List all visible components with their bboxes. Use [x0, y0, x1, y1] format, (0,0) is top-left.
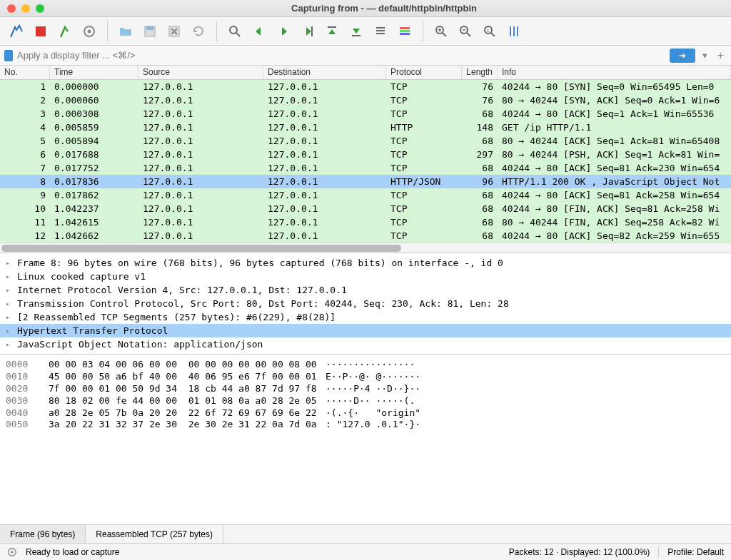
hex-row[interactable]: 000000 00 03 04 00 06 00 00 00 00 00 00 … [6, 359, 725, 371]
display-filter-bar: ➔ ▾ + [0, 46, 731, 66]
svg-text:1: 1 [487, 28, 490, 33]
packet-list-header: No. Time Source Destination Protocol Len… [0, 66, 731, 80]
horizontal-scrollbar[interactable] [0, 243, 731, 253]
tree-item[interactable]: ▸[2 Reassembled TCP Segments (257 bytes)… [0, 310, 731, 324]
column-source[interactable]: Source [138, 66, 263, 79]
tree-item[interactable]: ▸Internet Protocol Version 4, Src: 127.0… [0, 283, 731, 297]
zoom-out-button[interactable] [455, 21, 476, 42]
column-time[interactable]: Time [50, 66, 138, 79]
tab-frame[interactable]: Frame (96 bytes) [0, 525, 86, 543]
hex-row[interactable]: 0040a0 28 2e 05 7b 0a 20 20 22 6f 72 69 … [6, 407, 725, 419]
find-packet-button[interactable] [224, 21, 246, 42]
tree-item[interactable]: ▸Frame 8: 96 bytes on wire (768 bits), 9… [0, 256, 731, 270]
svg-point-2 [88, 29, 91, 33]
close-file-button[interactable] [163, 21, 185, 42]
auto-scroll-button[interactable] [370, 21, 391, 42]
hex-row[interactable]: 00207f 00 00 01 00 50 9d 34 18 cb 44 a0 … [6, 383, 725, 395]
go-to-packet-button[interactable] [297, 21, 318, 42]
column-no[interactable]: No. [0, 66, 50, 79]
packet-row[interactable]: 121.042662127.0.0.1127.0.0.1TCP6840244 →… [0, 229, 731, 243]
zoom-in-button[interactable] [430, 21, 452, 42]
svg-rect-14 [400, 27, 410, 29]
open-file-button[interactable] [115, 21, 136, 42]
minimize-window-button[interactable] [21, 4, 30, 13]
tree-item[interactable]: ▸JavaScript Object Notation: application… [0, 337, 731, 351]
packet-row[interactable]: 30.000308127.0.0.1127.0.0.1TCP6840244 → … [0, 107, 731, 121]
zoom-reset-button[interactable]: 1 [479, 21, 500, 42]
svg-rect-15 [400, 30, 410, 32]
filter-add-button[interactable]: + [715, 49, 727, 62]
bytes-tabs: Frame (96 bytes) Reassembled TCP (257 by… [0, 524, 731, 543]
svg-line-7 [236, 33, 240, 36]
display-filter-input[interactable] [17, 50, 665, 61]
go-back-button[interactable] [248, 21, 270, 42]
tree-item[interactable]: ▸Hypertext Transfer Protocol [0, 324, 731, 337]
packet-row[interactable]: 10.000000127.0.0.1127.0.0.1TCP7640244 → … [0, 80, 731, 93]
disclosure-arrow-icon[interactable]: ▸ [6, 313, 13, 321]
maximize-window-button[interactable] [36, 4, 44, 13]
reload-button[interactable] [188, 21, 209, 42]
packet-row[interactable]: 50.005894127.0.0.1127.0.0.1TCP6880 → 402… [0, 134, 731, 148]
tree-item[interactable]: ▸Transmission Control Protocol, Src Port… [0, 297, 731, 310]
go-first-button[interactable] [321, 21, 343, 42]
svg-rect-0 [36, 26, 46, 36]
titlebar: Capturing from - — default/httpbin/httpb… [0, 0, 731, 17]
restart-capture-button[interactable] [54, 21, 76, 42]
status-message: Ready to load or capture [26, 547, 500, 557]
disclosure-arrow-icon[interactable]: ▸ [6, 300, 13, 307]
resize-columns-button[interactable] [503, 21, 525, 42]
packet-row[interactable]: 101.042237127.0.0.1127.0.0.1TCP6840244 →… [0, 202, 731, 215]
window-title: Capturing from - — default/httpbin/httpb… [44, 3, 724, 14]
hex-row[interactable]: 001045 00 00 50 a6 bf 40 00 40 06 95 e6 … [6, 371, 725, 383]
stop-capture-button[interactable] [30, 21, 51, 42]
packet-row[interactable]: 90.017862127.0.0.1127.0.0.1TCP6840244 → … [0, 188, 731, 202]
column-info[interactable]: Info [498, 66, 731, 79]
svg-point-6 [230, 26, 237, 34]
svg-rect-16 [400, 33, 410, 35]
column-destination[interactable]: Destination [263, 66, 386, 79]
main-toolbar: 1 [0, 17, 731, 46]
packet-row[interactable]: 80.017836127.0.0.1127.0.0.1HTTP/JSON96HT… [0, 175, 731, 188]
disclosure-arrow-icon[interactable]: ▸ [6, 273, 13, 280]
tree-item[interactable]: ▸Linux cooked capture v1 [0, 270, 731, 283]
status-bar: Ready to load or capture Packets: 12 · D… [0, 543, 731, 560]
packet-bytes-pane[interactable]: 000000 00 03 04 00 06 00 00 00 00 00 00 … [0, 354, 731, 524]
go-forward-button[interactable] [273, 21, 294, 42]
expert-info-icon[interactable] [7, 547, 17, 557]
start-capture-button[interactable] [6, 21, 27, 42]
svg-point-31 [11, 551, 14, 554]
hex-row[interactable]: 00503a 20 22 31 32 37 2e 30 2e 30 2e 31 … [6, 419, 725, 431]
packet-row[interactable]: 111.042615127.0.0.1127.0.0.1TCP6880 → 40… [0, 215, 731, 229]
column-protocol[interactable]: Protocol [386, 66, 462, 79]
filter-dropdown-icon[interactable]: ▾ [700, 50, 710, 61]
close-window-button[interactable] [7, 4, 16, 13]
svg-line-25 [491, 33, 495, 36]
save-file-button[interactable] [139, 21, 161, 42]
svg-line-22 [467, 33, 470, 36]
capture-options-button[interactable] [79, 21, 100, 42]
packet-row[interactable]: 70.017752127.0.0.1127.0.0.1TCP6840244 → … [0, 161, 731, 175]
filter-apply-button[interactable]: ➔ [670, 49, 695, 63]
packet-details-pane[interactable]: ▸Frame 8: 96 bytes on wire (768 bits), 9… [0, 253, 731, 354]
status-profile[interactable]: Profile: Default [667, 547, 724, 557]
disclosure-arrow-icon[interactable]: ▸ [6, 340, 13, 348]
svg-rect-4 [146, 26, 153, 30]
packet-row[interactable]: 40.005859127.0.0.1127.0.0.1HTTP148GET /i… [0, 121, 731, 134]
column-length[interactable]: Length [462, 66, 498, 79]
hex-row[interactable]: 003080 18 02 00 fe 44 00 00 01 01 08 0a … [6, 395, 725, 407]
disclosure-arrow-icon[interactable]: ▸ [6, 327, 13, 335]
filter-bookmark-icon[interactable] [4, 50, 13, 61]
packet-list[interactable]: 10.000000127.0.0.1127.0.0.1TCP7640244 → … [0, 80, 731, 243]
status-packets: Packets: 12 · Displayed: 12 (100.0%) [509, 547, 650, 557]
colorize-button[interactable] [394, 21, 415, 42]
packet-row[interactable]: 60.017688127.0.0.1127.0.0.1TCP29780 → 40… [0, 148, 731, 161]
packet-row[interactable]: 20.000060127.0.0.1127.0.0.1TCP7680 → 402… [0, 93, 731, 107]
svg-line-18 [443, 33, 446, 36]
disclosure-arrow-icon[interactable]: ▸ [6, 259, 13, 267]
go-last-button[interactable] [346, 21, 367, 42]
tab-reassembled[interactable]: Reassembled TCP (257 bytes) [86, 525, 223, 543]
disclosure-arrow-icon[interactable]: ▸ [6, 286, 13, 294]
